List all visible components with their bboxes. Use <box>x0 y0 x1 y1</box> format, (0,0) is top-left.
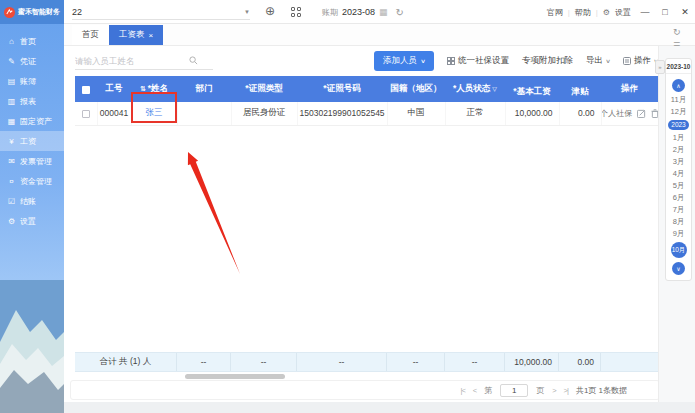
prev-page-button[interactable]: < <box>473 386 476 395</box>
summary-allowance: 0.00 <box>559 353 601 371</box>
sidebar-item-reports[interactable]: ▥报表 <box>0 91 64 111</box>
maximize-button[interactable]: □ <box>655 0 675 24</box>
sidebar-item-home[interactable]: ⌂首页 <box>0 31 64 51</box>
month-item[interactable]: 1月 <box>673 134 685 142</box>
first-page-button[interactable]: |< <box>460 386 464 395</box>
next-page-button[interactable]: > <box>552 386 555 395</box>
month-item[interactable]: 6月 <box>673 194 685 202</box>
funds-icon: ¤ <box>7 177 16 186</box>
salary-icon: ¥ <box>7 137 16 146</box>
month-strip: » 2023-10 ∧ 11月 12月 2023 1月 2月 3月 4月 5月 … <box>658 46 695 402</box>
horizontal-scrollbar[interactable] <box>185 374 285 379</box>
invoice-icon: ✉ <box>7 157 16 166</box>
current-period-label: 2023-10 <box>666 59 691 74</box>
link-help[interactable]: 帮助 <box>575 7 591 18</box>
sidebar-item-salary[interactable]: ¥工资 <box>0 131 64 151</box>
sort-icon[interactable]: ⇅ <box>140 85 146 92</box>
page-total-text: 共1页 1条数据 <box>576 385 627 396</box>
month-item[interactable]: 8月 <box>673 218 685 226</box>
summary-row: 合计 共 (1) 人 -- -- -- -- -- 10,000.00 0.00 <box>75 352 658 372</box>
page-label-post: 页 <box>536 385 544 396</box>
sidebar-item-funds[interactable]: ¤资金管理 <box>0 171 64 191</box>
month-item[interactable]: 5月 <box>673 182 685 190</box>
month-item[interactable]: 12月 <box>671 108 687 116</box>
report-icon: ▥ <box>7 97 16 106</box>
scroll-up-button[interactable]: ∧ <box>672 79 685 92</box>
col-name[interactable]: ⇅*姓名 <box>131 76 177 102</box>
divider: | <box>568 8 570 17</box>
chevron-down-icon: ∨ <box>420 58 426 64</box>
mountain-background-image <box>0 280 64 413</box>
special-deduction-button[interactable]: 专项附加扣除 <box>522 55 573 67</box>
tab-bar: 首页 工资表 × <box>64 24 695 46</box>
selected-month[interactable]: 10月 <box>671 242 687 258</box>
add-account-set-icon[interactable]: ⊕ <box>265 5 275 18</box>
operate-icon <box>623 57 631 65</box>
operate-button[interactable]: 操作 ∨ <box>623 55 658 67</box>
month-item[interactable]: 3月 <box>673 158 685 166</box>
table-header-row: 工号 ⇅*姓名 部门 *证照类型 *证照号码 国籍（地区） *人员状态▽ *基本… <box>75 76 658 102</box>
voucher-icon: ✎ <box>7 57 16 66</box>
personal-social-insurance-link[interactable]: 个人社保 <box>601 108 632 119</box>
divider: | <box>596 8 598 17</box>
minimize-button[interactable]: — <box>635 0 655 24</box>
sidebar-item-closing[interactable]: ☑结账 <box>0 191 64 211</box>
toolbar: 添加人员 ∨ 统一社保设置 专项附加扣除 导出 ∨ 操作 ∨ <box>75 50 658 72</box>
month-item[interactable]: 2月 <box>673 146 685 154</box>
link-settings[interactable]: 设置 <box>615 7 631 18</box>
ledger-icon: ▤ <box>7 77 16 86</box>
refresh-icon[interactable]: ↻ <box>396 7 404 18</box>
link-website[interactable]: 官网 <box>547 7 563 18</box>
page-number-input[interactable] <box>500 384 528 397</box>
window-controls: — □ ✕ <box>635 0 695 24</box>
year-badge[interactable]: 2023 <box>668 120 688 130</box>
last-page-button[interactable]: >| <box>564 386 568 395</box>
row-checkbox[interactable] <box>75 102 97 125</box>
close-button[interactable]: ✕ <box>675 0 695 24</box>
month-item[interactable]: 4月 <box>673 170 685 178</box>
closing-icon: ☑ <box>7 197 16 206</box>
cell-allowance: 0.00 <box>559 102 601 125</box>
scroll-down-button[interactable]: ∨ <box>672 262 685 275</box>
apps-grid-icon[interactable] <box>291 7 302 18</box>
payroll-table: 工号 ⇅*姓名 部门 *证照类型 *证照号码 国籍（地区） *人员状态▽ *基本… <box>75 76 658 126</box>
refresh-page-icon[interactable]: ↻ <box>673 27 681 37</box>
logo-icon <box>4 7 15 18</box>
col-emp-no: 工号 <box>97 76 131 102</box>
company-select[interactable]: 22 ▼ <box>72 4 250 20</box>
tab-home[interactable]: 首页 <box>72 25 109 45</box>
add-personnel-button[interactable]: 添加人员 ∨ <box>374 51 434 71</box>
sidebar-item-settings[interactable]: ⚙设置 <box>0 211 64 231</box>
sidebar-item-fixed-assets[interactable]: ▦固定资产 <box>0 111 64 131</box>
col-status[interactable]: *人员状态▽ <box>445 76 505 102</box>
search-input[interactable] <box>75 56 187 66</box>
month-item[interactable]: 9月 <box>673 230 685 238</box>
period-value[interactable]: 2023-08 <box>342 7 375 17</box>
gear-icon: ⚙ <box>603 8 610 17</box>
export-button[interactable]: 导出 ∨ <box>586 55 610 67</box>
social-insurance-settings-button[interactable]: 统一社保设置 <box>447 55 509 67</box>
chevron-up-icon: ∧ <box>676 82 680 89</box>
month-item[interactable]: 7月 <box>673 206 685 214</box>
calendar-icon[interactable]: ▦ <box>379 7 388 17</box>
close-tab-icon[interactable]: × <box>149 31 154 40</box>
collapse-panel-icon[interactable]: » <box>655 60 665 74</box>
company-select-value: 22 <box>72 7 82 17</box>
chevron-down-icon: ∨ <box>605 58 611 64</box>
asset-icon: ▦ <box>7 117 16 126</box>
sidebar-item-invoice[interactable]: ✉发票管理 <box>0 151 64 171</box>
cell-cert-no: 150302199901052545 <box>297 102 387 125</box>
employee-name-link[interactable]: 张三 <box>146 107 163 117</box>
filter-icon[interactable]: ▽ <box>492 86 497 92</box>
edit-icon[interactable] <box>637 109 646 118</box>
month-item[interactable]: 11月 <box>671 96 686 104</box>
search-box[interactable] <box>75 52 213 70</box>
delete-icon[interactable] <box>651 109 658 118</box>
sidebar-item-voucher[interactable]: ✎凭证 <box>0 51 64 71</box>
app-title: 蜜禾智能财务 <box>18 7 60 17</box>
tab-payroll[interactable]: 工资表 × <box>109 25 163 45</box>
col-cert-type: *证照类型 <box>231 76 297 102</box>
cell-status: 正常 <box>445 102 505 125</box>
select-all-checkbox[interactable] <box>75 76 97 102</box>
sidebar-item-ledger[interactable]: ▤账簿 <box>0 71 64 91</box>
